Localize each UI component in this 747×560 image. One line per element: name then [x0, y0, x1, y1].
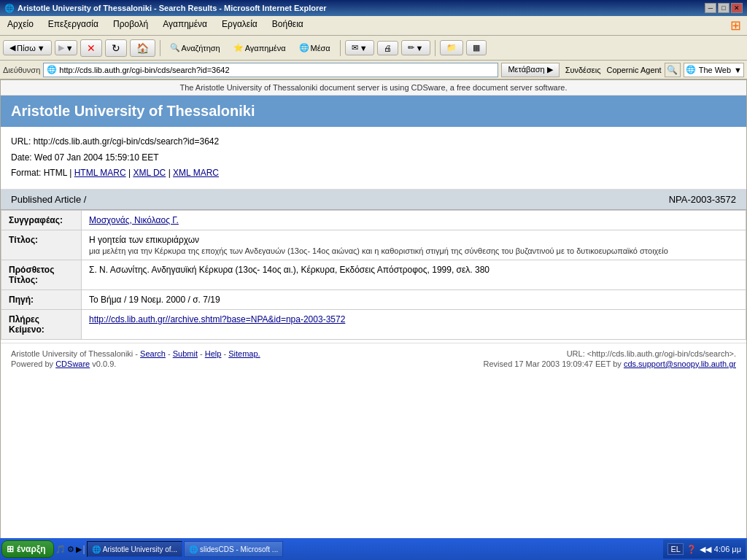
format-xml-marc-link[interactable]: XML MARC	[173, 168, 219, 178]
meta-url: URL: http://cds.lib.auth.gr/cgi-bin/cds/…	[11, 134, 736, 150]
field-title-value: Η γοητεία των επικυριάρχων μια μελέτη γι…	[82, 230, 746, 260]
favorites-button[interactable]: ⭐ Αγαπημένα	[228, 40, 291, 55]
fulltext-link[interactable]: http://cds.lib.auth.gr//archive.shtml?ba…	[89, 314, 345, 324]
table-row: ΠρόσθετοςΤίτλος: Σ. Ν. Ασωνίτης. Ανδηγαυ…	[1, 260, 746, 289]
address-text[interactable]: http://cds.lib.auth.gr/cgi-bin/cds/searc…	[59, 66, 229, 74]
minimize-button[interactable]: ─	[705, 3, 716, 13]
meta-format: Format: HTML | HTML MARC | XML DC | XML …	[11, 166, 736, 182]
title-main: Η γοητεία των επικυριάρχων	[89, 235, 738, 245]
barcode-button[interactable]: ▦	[466, 40, 487, 55]
menu-edit[interactable]: Επεξεργασία	[44, 18, 103, 34]
print-button[interactable]: 🖨	[377, 41, 398, 55]
record-table: Συγγραφέας: Μοσχονάς, Νικόλαος Γ. Τίτλος…	[1, 210, 746, 340]
mail-icon: ✉	[352, 43, 358, 52]
stop-button[interactable]: ✕	[80, 39, 102, 57]
refresh-button[interactable]: ↻	[105, 39, 127, 57]
back-dropdown-icon: ▼	[37, 44, 45, 52]
footer-left: Aristotle University of Thessaloniki - S…	[11, 349, 260, 368]
info-banner: The Aristotle University of Thessaloniki…	[1, 80, 746, 96]
table-row: Πηγή: Το Βήμα / 19 Νοεμ. 2000 / σ. 7/19	[1, 289, 746, 309]
address-input-container: 🌐 http://cds.lib.auth.gr/cgi-bin/cds/sea…	[43, 63, 498, 77]
menu-view[interactable]: Προβολή	[109, 18, 152, 34]
links-label: Συνδέσεις	[565, 66, 601, 74]
record-id: NPA-2003-3572	[669, 194, 736, 205]
folder-button[interactable]: 📁	[440, 40, 463, 55]
mail-button[interactable]: ✉ ▼	[345, 40, 374, 55]
footer-email-link[interactable]: cds.support@snoopy.lib.auth.gr	[624, 359, 736, 368]
toolbar-sep-1	[160, 40, 160, 56]
toolbar-sep-3	[435, 40, 436, 56]
table-row: ΠλήρεςΚείμενο: http://cds.lib.auth.gr//a…	[1, 309, 746, 339]
record-header: Published Article / NPA-2003-3572	[1, 190, 746, 210]
search-icon: 🔍	[170, 43, 180, 52]
print-icon: 🖨	[384, 44, 392, 52]
title-subtitle: μια μελέτη για την Κέρκυρα της εποχής τω…	[89, 246, 738, 255]
forward-button[interactable]: ▶ ▼	[55, 40, 77, 55]
menu-favorites[interactable]: Αγαπημένα	[158, 18, 212, 34]
page-content: The Aristotle University of Thessaloniki…	[0, 79, 747, 540]
title-bar: 🌐 Aristotle University of Thessaloniki -…	[0, 0, 747, 16]
format-label: Format: HTML |	[11, 168, 74, 178]
stop-icon: ✕	[87, 42, 96, 54]
table-row: Τίτλος: Η γοητεία των επικυριάρχων μια μ…	[1, 230, 746, 260]
copernic-label: Copernic Agent	[606, 66, 661, 74]
format-xml-dc-link[interactable]: XML DC	[133, 168, 166, 178]
forward-dropdown-icon: ▼	[66, 44, 74, 52]
field-author-value: Μοσχονάς, Νικόλαος Γ.	[82, 210, 746, 230]
address-label: Διεύθυνση	[3, 66, 40, 74]
menu-help[interactable]: Βοήθεια	[268, 18, 308, 34]
window-icon: 🌐	[4, 4, 15, 13]
footer-right: URL: <http://cds.lib.auth.gr/ogi-bin/cds…	[484, 349, 736, 368]
page-footer: Aristotle University of Thessaloniki - S…	[1, 343, 746, 374]
table-row: Συγγραφέας: Μοσχονάς, Νικόλαος Γ.	[1, 210, 746, 230]
star-icon: ⭐	[233, 43, 244, 52]
mail-dropdown-icon: ▼	[360, 44, 368, 52]
footer-revised: Revised 17 Mar 2003 19:09:47 EET by cds.…	[484, 359, 736, 368]
windows-logo-icon: ⊞	[730, 18, 741, 34]
page-meta: URL: http://cds.lib.auth.gr/cgi-bin/cds/…	[1, 127, 746, 190]
footer-help-link[interactable]: Help	[205, 349, 222, 358]
go-icon: ▶	[547, 65, 553, 74]
search-button[interactable]: 🔍 Αναζήτηση	[165, 40, 225, 55]
scope-dropdown-icon: ▼	[734, 66, 742, 74]
author-link[interactable]: Μοσχονάς, Νικόλαος Γ.	[89, 215, 179, 225]
maximize-button[interactable]: □	[718, 3, 729, 13]
edit-icon: ✏	[408, 43, 414, 52]
field-source-label: Πηγή:	[1, 289, 82, 309]
search-go-button[interactable]: 🔍	[665, 63, 681, 77]
go-button[interactable]: Μετάβαση ▶	[501, 63, 559, 77]
close-button[interactable]: ✕	[731, 3, 743, 13]
home-icon: 🏠	[136, 42, 149, 54]
toolbar: ◀ Πίσω ▼ ▶ ▼ ✕ ↻ 🏠 🔍 Αναζήτηση ⭐ Αγαπημέ…	[0, 36, 747, 61]
address-bar: Διεύθυνση 🌐 http://cds.lib.auth.gr/cgi-b…	[0, 61, 747, 79]
record-type: Published Article /	[11, 194, 86, 205]
media-button[interactable]: 🌐 Μέσα	[294, 40, 336, 55]
system-tray: EL ❓ ◀◀ 4:06 μμ	[663, 540, 746, 540]
footer-sitemap-link[interactable]: Sitemap.	[228, 349, 260, 358]
menu-file[interactable]: Αρχείο	[3, 18, 38, 34]
back-button[interactable]: ◀ Πίσω ▼	[3, 40, 52, 55]
university-title: Aristotle University of Thessaloniki	[11, 103, 736, 120]
field-addtitle-value: Σ. Ν. Ασωνίτης. Ανδηγαυϊκή Κέρκυρα (13ος…	[82, 260, 746, 289]
field-author-label: Συγγραφέας:	[1, 210, 82, 230]
footer-powered: Powered by CDSware v0.0.9.	[11, 359, 260, 368]
back-icon: ◀	[9, 43, 15, 52]
web-icon: 🌐	[686, 65, 696, 74]
search-scope-dropdown[interactable]: 🌐 The Web ▼	[684, 63, 744, 77]
edit-button[interactable]: ✏ ▼	[401, 40, 430, 55]
meta-date: Date: Wed 07 Jan 2004 15:59:10 EET	[11, 150, 736, 166]
field-addtitle-label: ΠρόσθετοςΤίτλος:	[1, 260, 82, 289]
footer-submit-link[interactable]: Submit	[173, 349, 198, 358]
footer-nav: Aristotle University of Thessaloniki - S…	[11, 349, 260, 358]
window-title: Aristotle University of Thessaloniki - S…	[18, 4, 327, 12]
toolbar-sep-2	[340, 40, 341, 56]
field-source-value: Το Βήμα / 19 Νοεμ. 2000 / σ. 7/19	[82, 289, 746, 309]
footer-search-link[interactable]: Search	[140, 349, 166, 358]
forward-icon: ▶	[58, 43, 64, 52]
home-button[interactable]: 🏠	[130, 39, 155, 57]
format-html-marc-link[interactable]: HTML MARC	[74, 168, 126, 178]
footer-cdsware-link[interactable]: CDSware	[55, 359, 90, 368]
menu-tools[interactable]: Εργαλεία	[217, 18, 262, 34]
refresh-icon: ↻	[112, 42, 120, 54]
media-icon: 🌐	[299, 43, 309, 52]
